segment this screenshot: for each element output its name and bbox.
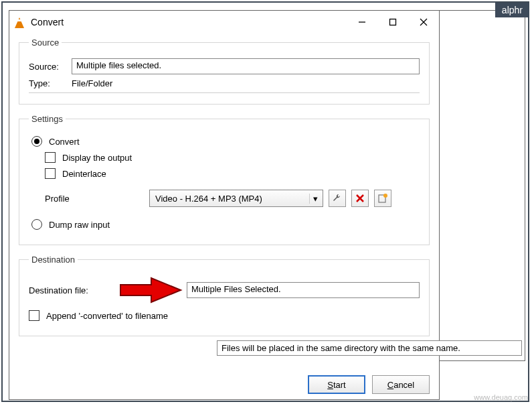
source-input[interactable]: Multiple files selected. (72, 58, 420, 74)
dump-raw-label: Dump raw input (49, 220, 110, 230)
dialog-footer: Start Cancel (9, 373, 439, 399)
background-window (438, 10, 525, 361)
convert-radio[interactable]: Convert (31, 136, 420, 147)
deinterlace-label: Deinterlace (62, 169, 106, 179)
maximize-icon (389, 18, 397, 26)
source-label: Source: (29, 62, 72, 72)
svg-point-7 (383, 194, 387, 198)
window-controls (347, 11, 439, 33)
destination-group: Destination Destination file: Multiple F… (19, 255, 430, 336)
display-output-label: Display the output (62, 153, 132, 163)
close-button[interactable] (408, 11, 439, 33)
checkbox-icon (45, 152, 56, 163)
start-button[interactable]: Start (308, 375, 365, 394)
cancel-button[interactable]: Cancel (372, 375, 430, 394)
vlc-cone-icon (13, 16, 25, 28)
watermark-text: www.deuaq.com (474, 393, 528, 401)
cancel-button-rest: ancel (393, 380, 414, 390)
close-icon (420, 18, 428, 26)
annotation-arrow-icon (113, 275, 187, 305)
profile-label: Profile (45, 194, 144, 204)
svg-rect-1 (390, 19, 396, 25)
edit-profile-button[interactable] (329, 190, 346, 207)
radio-icon (31, 219, 42, 230)
minimize-icon (358, 18, 366, 26)
wrench-icon (332, 193, 343, 204)
settings-group: Settings Convert Display the output Dein… (19, 114, 430, 245)
destination-file-label: Destination file: (29, 285, 113, 295)
profile-dropdown[interactable]: Video - H.264 + MP3 (MP4) ▾ (149, 190, 323, 207)
display-output-checkbox[interactable]: Display the output (45, 152, 420, 163)
checkbox-icon (29, 310, 39, 321)
dump-raw-radio[interactable]: Dump raw input (31, 219, 420, 230)
start-button-rest: tart (333, 380, 346, 390)
type-value: File/Folder (72, 78, 112, 88)
convert-radio-label: Convert (49, 137, 80, 147)
type-label: Type: (29, 78, 72, 88)
maximize-button[interactable] (377, 11, 408, 33)
source-group: Source Source: Multiple files selected. … (19, 38, 430, 105)
settings-legend: Settings (29, 114, 66, 124)
delete-profile-button[interactable] (351, 190, 369, 207)
new-profile-button[interactable] (374, 190, 391, 207)
source-legend: Source (29, 38, 62, 48)
radio-icon (31, 136, 42, 147)
append-converted-checkbox[interactable]: Append '-converted' to filename (29, 310, 420, 321)
new-profile-icon (377, 193, 388, 204)
chevron-down-icon: ▾ (309, 194, 321, 204)
destination-tooltip: Files will be placed in the same directo… (217, 340, 522, 356)
titlebar: Convert (9, 11, 439, 33)
svg-marker-8 (120, 278, 181, 302)
append-converted-label: Append '-converted' to filename (46, 311, 168, 321)
checkbox-icon (45, 168, 56, 179)
deinterlace-checkbox[interactable]: Deinterlace (45, 168, 420, 179)
minimize-button[interactable] (347, 11, 377, 33)
destination-legend: Destination (29, 255, 78, 265)
delete-icon (355, 194, 365, 203)
brand-badge: alphr (495, 3, 529, 17)
window-title: Convert (31, 17, 347, 27)
destination-file-input[interactable]: Multiple Files Selected. (187, 282, 420, 298)
profile-value: Video - H.264 + MP3 (MP4) (155, 194, 262, 204)
